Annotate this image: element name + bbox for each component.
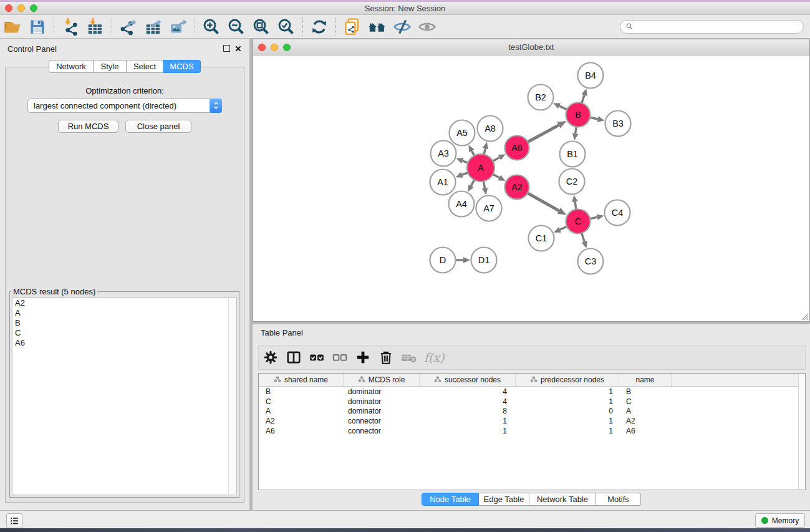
node-A3[interactable]: A3 <box>431 141 456 167</box>
result-list-scrollbar[interactable] <box>228 298 236 495</box>
new-network-from-selection-button[interactable] <box>340 16 365 37</box>
table-cell[interactable]: 0 <box>516 407 619 415</box>
tab-mcds[interactable]: MCDS <box>163 60 201 73</box>
table-cell[interactable]: A6 <box>259 427 344 435</box>
table-cell[interactable]: B <box>259 387 344 396</box>
table-cell[interactable]: connector <box>344 427 420 435</box>
add-column-button[interactable] <box>351 347 374 368</box>
table-row[interactable]: Adominator80A <box>259 406 805 416</box>
table-cell[interactable]: 8 <box>420 407 516 415</box>
refresh-button[interactable] <box>307 16 332 37</box>
tab-node-table[interactable]: Node Table <box>422 493 479 506</box>
export-table-button[interactable] <box>141 16 166 37</box>
column-header-shared-name[interactable]: shared name <box>259 374 344 386</box>
save-session-button[interactable] <box>25 16 50 37</box>
float-panel-icon[interactable] <box>223 45 230 52</box>
export-network-button[interactable] <box>116 16 141 37</box>
node-A[interactable]: A <box>467 154 494 181</box>
table-cell[interactable]: 1 <box>420 427 516 435</box>
node-B2[interactable]: B2 <box>528 85 554 110</box>
search-input[interactable] <box>620 20 804 34</box>
show-panel-button[interactable] <box>415 16 440 37</box>
close-panel-button[interactable]: Close panel <box>125 120 191 133</box>
memory-button[interactable]: Memory <box>755 513 805 528</box>
node-A5[interactable]: A5 <box>450 120 475 146</box>
node-A1[interactable]: A1 <box>430 170 456 195</box>
mcds-result-item[interactable]: A6 <box>12 338 236 348</box>
node-A6[interactable]: A6 <box>505 136 529 160</box>
table-cell[interactable]: A2 <box>619 417 672 425</box>
node-C2[interactable]: C2 <box>559 169 585 195</box>
zoom-fit-button[interactable] <box>249 16 274 37</box>
table-cell[interactable]: 4 <box>420 387 516 396</box>
table-cell[interactable]: 1 <box>516 427 619 435</box>
table-row[interactable]: Bdominator41B <box>259 387 805 397</box>
hide-panel-button[interactable] <box>390 16 415 37</box>
table-cell[interactable]: A <box>619 407 672 415</box>
table-cell[interactable]: A <box>259 407 344 415</box>
deselect-all-button[interactable] <box>328 347 351 368</box>
export-image-button[interactable] <box>166 16 191 37</box>
node-C4[interactable]: C4 <box>605 200 630 226</box>
node-D[interactable]: D <box>430 248 456 273</box>
zoom-out-button[interactable] <box>224 16 249 37</box>
column-header-predecessor-nodes[interactable]: predecessor nodes <box>516 374 619 386</box>
table-cell[interactable]: connector <box>344 417 420 425</box>
resize-grip-icon[interactable] <box>801 312 809 321</box>
table-cell[interactable]: 1 <box>516 387 619 396</box>
table-cell[interactable]: 1 <box>516 397 619 406</box>
node-B[interactable]: B <box>566 103 591 127</box>
settings-button[interactable] <box>259 347 282 368</box>
table-cell[interactable]: C <box>259 397 344 406</box>
node-C3[interactable]: C3 <box>578 249 604 274</box>
network-canvas[interactable]: AA1A2A3A4A5A6A7A8BB1B2B3B4CC1C2C3C4DD1 <box>253 56 809 321</box>
table-cell[interactable]: dominator <box>344 387 420 396</box>
node-B4[interactable]: B4 <box>578 63 604 89</box>
table-cell[interactable]: 1 <box>420 417 516 425</box>
table-cell[interactable]: B <box>619 387 672 396</box>
run-mcds-button[interactable]: Run MCDS <box>58 120 118 133</box>
mcds-result-item[interactable]: B <box>12 318 236 328</box>
table-cell[interactable]: dominator <box>344 407 420 415</box>
close-panel-icon[interactable] <box>234 45 242 52</box>
table-cell[interactable]: A6 <box>619 427 672 435</box>
column-header-name[interactable]: name <box>619 374 672 386</box>
tab-motifs[interactable]: Motifs <box>596 493 641 506</box>
mcds-result-item[interactable]: A <box>12 308 236 318</box>
tab-select[interactable]: Select <box>127 60 163 73</box>
node-C1[interactable]: C1 <box>529 226 554 251</box>
tab-edge-table[interactable]: Edge Table <box>479 493 529 506</box>
zoom-selected-button[interactable] <box>274 16 299 37</box>
mcds-result-item[interactable]: C <box>12 328 236 338</box>
task-history-button[interactable] <box>6 513 22 528</box>
node-C[interactable]: C <box>566 210 591 234</box>
optimization-criterion-dropdown[interactable]: largest connected component (directed) <box>27 99 222 113</box>
table-cell[interactable]: 4 <box>420 397 516 406</box>
node-A7[interactable]: A7 <box>476 196 502 221</box>
network-home-button[interactable] <box>365 16 390 37</box>
node-A4[interactable]: A4 <box>449 191 475 217</box>
column-header-MCDS-role[interactable]: MCDS role <box>344 374 420 386</box>
table-row[interactable]: A2connector11A2 <box>259 416 805 426</box>
column-header-successor-nodes[interactable]: successor nodes <box>420 374 516 386</box>
table-row[interactable]: A6connector11A6 <box>259 426 805 436</box>
node-D1[interactable]: D1 <box>471 248 497 273</box>
table-cell[interactable]: dominator <box>344 397 420 406</box>
table-scrollbar[interactable] <box>798 374 805 490</box>
mcds-result-item[interactable]: A2 <box>12 298 236 308</box>
node-B3[interactable]: B3 <box>605 111 631 137</box>
import-network-button[interactable] <box>58 16 83 37</box>
table-cell[interactable]: A2 <box>259 417 344 425</box>
table-cell[interactable]: 1 <box>516 417 619 425</box>
select-all-button[interactable] <box>305 347 328 368</box>
tab-network[interactable]: Network <box>49 60 94 73</box>
import-table-button[interactable] <box>83 16 108 37</box>
tab-network-table[interactable]: Network Table <box>529 493 596 506</box>
node-A2[interactable]: A2 <box>505 175 529 200</box>
node-A8[interactable]: A8 <box>478 116 503 142</box>
split-view-button[interactable] <box>282 347 305 368</box>
table-row[interactable]: Cdominator41C <box>259 397 805 407</box>
open-session-button[interactable] <box>0 16 25 37</box>
table-cell[interactable]: C <box>619 397 672 406</box>
zoom-in-button[interactable] <box>199 16 224 37</box>
